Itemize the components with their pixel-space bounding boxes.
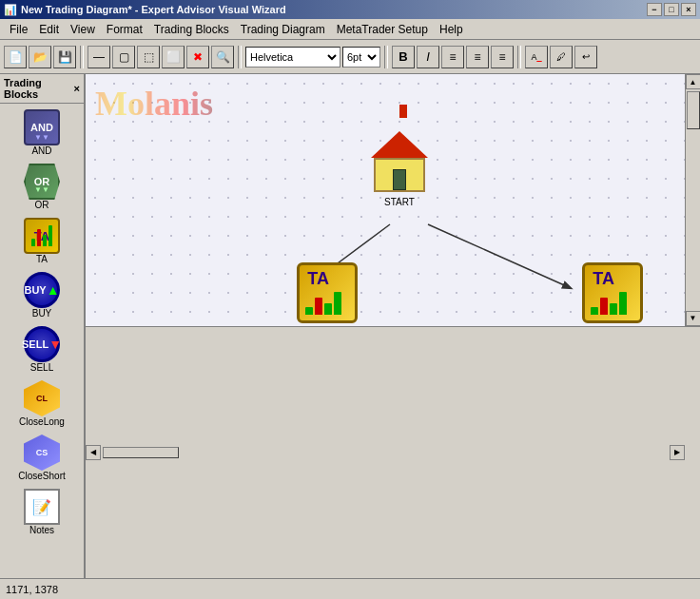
sidebar-close-icon[interactable]: × bbox=[74, 83, 80, 94]
scroll-thumb-v[interactable] bbox=[687, 91, 700, 129]
tb-btn-4[interactable]: — bbox=[88, 46, 110, 68]
open-button[interactable]: 📂 bbox=[29, 46, 51, 68]
scrollbar-grip bbox=[685, 445, 700, 460]
sidebar-title: Trading Blocks × bbox=[0, 74, 84, 104]
notes-label: Notes bbox=[29, 525, 54, 535]
start-label: START bbox=[384, 197, 415, 207]
sidebar-item-ta[interactable]: TA TA bbox=[22, 216, 62, 266]
toolbar-separator-4 bbox=[517, 46, 521, 68]
scroll-right-button[interactable]: ▶ bbox=[670, 445, 685, 460]
sell-icon: SELL ▼ bbox=[24, 326, 60, 362]
bold-button[interactable]: B bbox=[392, 46, 415, 68]
tb-btn-9[interactable]: 🔍 bbox=[211, 46, 234, 68]
scroll-thumb-h[interactable] bbox=[103, 447, 179, 458]
close-button[interactable]: × bbox=[681, 3, 696, 16]
title-text: New Trading Diagram* - Expert Advisor Vi… bbox=[21, 4, 286, 15]
ta-node-1-icon: TA bbox=[297, 262, 358, 323]
or-label: OR bbox=[35, 200, 49, 210]
tb-btn-6[interactable]: ⬚ bbox=[137, 46, 160, 68]
sidebar-item-or[interactable]: OR▼▼ OR bbox=[22, 162, 62, 212]
align-left-button[interactable]: ≡ bbox=[441, 46, 464, 68]
scroll-left-button[interactable]: ◀ bbox=[86, 445, 101, 460]
title-bar: 📊 New Trading Diagram* - Expert Advisor … bbox=[0, 0, 700, 19]
toolbar-separator-1 bbox=[80, 46, 84, 68]
status-coords: 1171, 1378 bbox=[6, 584, 58, 595]
menu-bar: File Edit View Format Trading Blocks Tra… bbox=[0, 19, 700, 40]
maximize-button[interactable]: □ bbox=[664, 3, 679, 16]
menu-format[interactable]: Format bbox=[101, 21, 148, 38]
tb-btn-5[interactable]: ▢ bbox=[112, 46, 135, 68]
ta-node-1[interactable]: TA iMA(Current Symbol) ▶ iMA(Current Sym… bbox=[233, 262, 422, 326]
font-size-selector[interactable]: 6pt bbox=[342, 47, 380, 68]
scroll-up-button[interactable]: ▲ bbox=[686, 74, 701, 89]
buy-icon: BUY ▲ bbox=[24, 272, 60, 308]
ta-node-2-icon: TA bbox=[582, 262, 643, 323]
new-button[interactable]: 📄 bbox=[4, 46, 27, 68]
sidebar-item-buy[interactable]: BUY ▲ BUY bbox=[22, 270, 62, 320]
scroll-down-button[interactable]: ▼ bbox=[686, 311, 701, 326]
font-selector[interactable]: Helvetica bbox=[245, 47, 340, 68]
tb-btn-8[interactable]: ✖ bbox=[186, 46, 209, 68]
closelong-icon: CL bbox=[24, 380, 60, 416]
menu-edit[interactable]: Edit bbox=[33, 21, 65, 38]
scroll-track-v[interactable] bbox=[686, 89, 701, 311]
scroll-track-h[interactable] bbox=[101, 445, 670, 460]
closeshort-label: CloseShort bbox=[18, 471, 65, 481]
toolbar: 📄 📂 💾 — ▢ ⬚ ⬜ ✖ 🔍 Helvetica 6pt B I ≡ ≡ … bbox=[0, 40, 700, 74]
canvas[interactable]: Molanis bbox=[86, 74, 685, 326]
sidebar-items: AND ▼▼ AND OR▼▼ OR TA bbox=[0, 104, 84, 541]
sidebar: Trading Blocks × AND ▼▼ AND OR▼▼ OR bbox=[0, 74, 86, 578]
closelong-label: CloseLong bbox=[19, 416, 65, 427]
menu-trading-diagram[interactable]: Trading Diagram bbox=[235, 21, 331, 38]
closeshort-icon: CS bbox=[24, 435, 60, 471]
main-area: Trading Blocks × AND ▼▼ AND OR▼▼ OR bbox=[0, 74, 700, 578]
molanis-logo: Molanis bbox=[95, 84, 213, 124]
sidebar-item-sell[interactable]: SELL ▼ SELL bbox=[22, 324, 62, 375]
menu-file[interactable]: File bbox=[4, 21, 33, 38]
align-right-button[interactable]: ≡ bbox=[491, 46, 514, 68]
menu-trading-blocks[interactable]: Trading Blocks bbox=[148, 21, 235, 38]
ta-label: TA bbox=[36, 254, 48, 264]
menu-view[interactable]: View bbox=[65, 21, 101, 38]
toolbar-separator-3 bbox=[384, 46, 388, 68]
sidebar-item-closelong[interactable]: CL CloseLong bbox=[17, 378, 67, 429]
or-icon: OR▼▼ bbox=[24, 164, 60, 200]
notes-icon: 📝 bbox=[24, 489, 60, 525]
tb-btn-extra[interactable]: ↩ bbox=[574, 46, 597, 68]
sidebar-item-and[interactable]: AND ▼▼ AND bbox=[22, 107, 62, 158]
italic-button[interactable]: I bbox=[417, 46, 439, 68]
status-bar: 1171, 1378 bbox=[0, 578, 700, 599]
vertical-scrollbar: ▲ ▼ bbox=[685, 74, 700, 326]
highlight-button[interactable]: 🖊 bbox=[550, 46, 573, 68]
window-controls: − □ × bbox=[647, 3, 696, 16]
sell-label: SELL bbox=[30, 362, 53, 373]
sidebar-title-text: Trading Blocks bbox=[4, 77, 74, 100]
and-icon: AND ▼▼ bbox=[24, 109, 60, 145]
app-icon: 📊 bbox=[4, 4, 17, 16]
start-node[interactable]: START bbox=[371, 131, 428, 207]
ta-icon: TA bbox=[24, 218, 60, 254]
minimize-button[interactable]: − bbox=[647, 3, 662, 16]
horizontal-scrollbar: ◀ ▶ bbox=[86, 326, 700, 579]
sidebar-item-notes[interactable]: 📝 Notes bbox=[22, 487, 62, 537]
canvas-with-scrollbar: Molanis bbox=[86, 74, 700, 326]
save-button[interactable]: 💾 bbox=[53, 46, 76, 68]
title-bar-left: 📊 New Trading Diagram* - Expert Advisor … bbox=[4, 4, 286, 16]
ta-node-2[interactable]: TA iMA(Current Symbol) ▶ iMA(Current Sym… bbox=[518, 262, 685, 326]
toolbar-separator-2 bbox=[238, 46, 242, 68]
font-color-button[interactable]: A_ bbox=[525, 46, 548, 68]
sidebar-item-closeshort[interactable]: CS CloseShort bbox=[16, 433, 67, 483]
house-icon bbox=[371, 131, 428, 193]
align-center-button[interactable]: ≡ bbox=[466, 46, 489, 68]
and-label: AND bbox=[31, 145, 51, 156]
canvas-container: Molanis bbox=[86, 74, 700, 578]
tb-btn-7[interactable]: ⬜ bbox=[162, 46, 185, 68]
buy-label: BUY bbox=[32, 308, 52, 319]
menu-help[interactable]: Help bbox=[434, 21, 469, 38]
menu-metatrader[interactable]: MetaTrader Setup bbox=[331, 21, 434, 38]
